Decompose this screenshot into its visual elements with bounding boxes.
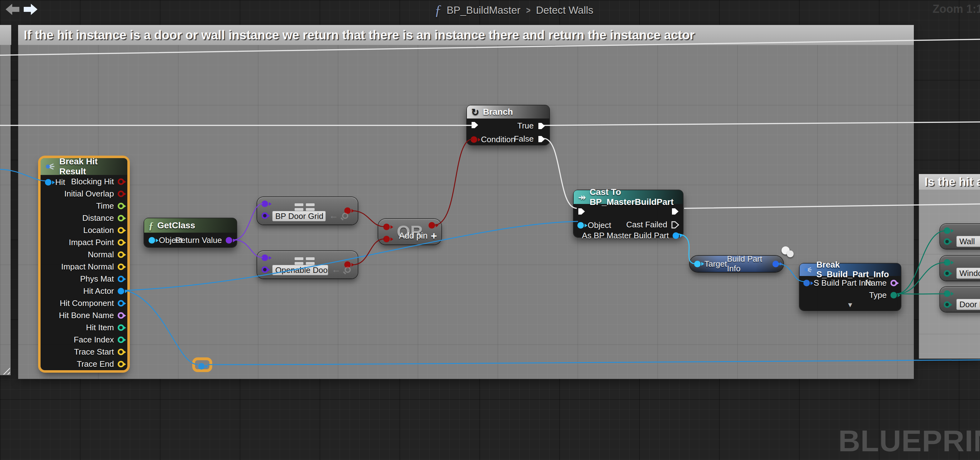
arrow-left-icon <box>6 4 19 15</box>
enum-dropdown[interactable]: Wall <box>956 236 980 247</box>
comment-left-strip[interactable] <box>0 25 11 375</box>
pin-label: Type <box>869 290 887 300</box>
pin-object-input[interactable] <box>149 237 155 244</box>
node-class-compare-openable-door[interactable]: Openable Door ▼ ← <box>257 251 358 279</box>
pin-condition[interactable] <box>471 136 477 143</box>
equals-icon <box>294 257 315 265</box>
exec-in-pin[interactable] <box>471 121 479 129</box>
class-dropdown[interactable]: BP Door Grid ▼ <box>272 211 326 221</box>
break-struct-icon <box>804 266 813 273</box>
exec-true-pin[interactable] <box>538 122 546 130</box>
goto-icon[interactable]: ← <box>329 210 338 221</box>
enum-dropdown[interactable]: Door Fra <box>956 299 980 310</box>
pin-label: Return Value <box>175 235 222 245</box>
pin-class-a[interactable] <box>261 200 268 207</box>
pin-face-index[interactable] <box>118 336 124 343</box>
pin-enum-b[interactable] <box>944 270 950 277</box>
node-class-compare-door-grid[interactable]: BP Door Grid ▼ ← <box>257 197 358 225</box>
exec-out-pin[interactable] <box>671 208 679 216</box>
pin-time[interactable] <box>118 203 124 209</box>
node-title: Break S_Build_Part_Info <box>816 260 896 279</box>
pin-enum-a[interactable] <box>944 259 950 266</box>
class-dropdown-value: Openable Door <box>275 265 328 275</box>
pin-type-out[interactable] <box>891 292 897 298</box>
add-pin-label: Add pin <box>399 231 428 241</box>
comment-main-header[interactable]: If the hit instance is a door or wall in… <box>18 25 914 45</box>
pin-label: Trace Start <box>74 347 114 357</box>
pin-enum-a[interactable] <box>944 227 950 234</box>
pin-s-build-part-info[interactable] <box>803 280 810 286</box>
breadcrumb-subtitle[interactable]: Detect Walls <box>536 4 593 16</box>
pin-class-b[interactable] <box>261 266 268 273</box>
pin-label: Name <box>865 278 887 288</box>
pin-distance[interactable] <box>118 215 124 221</box>
pin-impact-normal[interactable] <box>118 263 124 270</box>
pin-class-a[interactable] <box>261 254 268 261</box>
exec-in-pin[interactable] <box>578 208 585 216</box>
pin-object-input[interactable] <box>578 222 584 228</box>
node-branch[interactable]: ↻ Branch Condition True False <box>467 105 549 145</box>
node-title: Break Hit Result <box>59 157 123 176</box>
nav-forward-button[interactable] <box>24 4 37 16</box>
node-enum-compare-door-frame[interactable]: Door Fra <box>940 287 980 312</box>
node-enum-compare-wall[interactable]: Wall <box>940 224 980 249</box>
branch-icon: ↻ <box>471 107 479 117</box>
pin-label: Impact Normal <box>61 262 114 272</box>
pin-label: As BP Master Build Part <box>582 231 669 240</box>
pin-initial-overlap[interactable] <box>118 190 124 197</box>
breadcrumb-title[interactable]: BP_BuildMaster <box>447 4 520 16</box>
search-icon[interactable] <box>345 266 351 273</box>
add-pin-button[interactable]: + <box>431 230 437 242</box>
chevron-right-icon: > <box>526 5 530 16</box>
node-cast-to-bp-masterbuildpart[interactable]: ↠ Cast To BP_MasterBuildPart Object Cast… <box>574 190 683 237</box>
pin-hit-component[interactable] <box>118 300 124 306</box>
node-get-class[interactable]: ƒ GetClass Object Return Value <box>144 218 237 247</box>
search-icon[interactable] <box>342 213 348 219</box>
pin-class-b[interactable] <box>261 213 268 219</box>
exec-false-pin[interactable] <box>538 135 546 143</box>
pin-as-bp-master-build-part[interactable] <box>673 232 679 239</box>
pin-location[interactable] <box>118 227 124 233</box>
comment-resize-handle[interactable] <box>3 367 10 374</box>
enum-dropdown[interactable]: Window Fr <box>956 268 980 279</box>
class-dropdown-value: BP Door Grid <box>275 211 323 221</box>
pin-enum-b[interactable] <box>944 238 950 245</box>
pin-hit-item[interactable] <box>118 324 124 331</box>
expand-node-button[interactable]: ▼ <box>800 301 901 309</box>
node-get-build-part-info[interactable]: Target Build Part Info <box>690 256 783 272</box>
pin-normal[interactable] <box>118 251 124 258</box>
pin-enum-b[interactable] <box>944 301 950 308</box>
exec-cast-failed-pin[interactable] <box>671 221 679 229</box>
node-break-hit-result[interactable]: Break Hit Result Hit Blocking Hit Initia… <box>41 158 127 370</box>
pin-label: Normal <box>88 250 114 260</box>
node-break-s-build-part-info[interactable]: Break S_Build_Part_Info S Build Part Inf… <box>800 263 901 310</box>
pin-name-out[interactable] <box>891 280 897 286</box>
pin-enum-a[interactable] <box>944 290 950 297</box>
comment-main[interactable]: If the hit instance is a door or wall in… <box>18 25 914 379</box>
pin-label: Hit Actor <box>83 286 114 296</box>
pin-return-value[interactable] <box>226 237 232 244</box>
node-reroute[interactable] <box>192 357 212 372</box>
pin-reroute[interactable] <box>198 363 205 370</box>
pin-target[interactable] <box>694 261 701 267</box>
pin-build-part-info-out[interactable] <box>772 261 779 267</box>
node-enum-compare-window-frame[interactable]: Window Fr <box>940 256 980 281</box>
comment-right-header[interactable]: Is the hit ac <box>919 174 980 190</box>
pin-label: Hit Component <box>60 298 114 308</box>
blueprint-editor-canvas[interactable]: If the hit instance is a door or wall in… <box>0 0 980 460</box>
node-or[interactable]: OR Add pin + <box>378 219 441 244</box>
node-title: Cast To BP_MasterBuildPart <box>590 187 679 207</box>
pin-hit-actor[interactable] <box>118 288 124 294</box>
break-struct-icon <box>45 162 56 171</box>
pin-blocking-hit[interactable] <box>118 178 124 185</box>
pin-trace-start[interactable] <box>118 349 124 355</box>
pin-trace-end[interactable] <box>118 361 124 367</box>
pin-label: Location <box>83 225 114 235</box>
pin-phys-mat[interactable] <box>118 276 124 282</box>
nav-back-button[interactable] <box>6 4 19 16</box>
zoom-level-label: Zoom 1:1 <box>932 3 980 16</box>
pin-impact-point[interactable] <box>118 239 124 246</box>
class-dropdown[interactable]: Openable Door ▼ <box>272 265 328 275</box>
goto-icon[interactable]: ← <box>331 264 341 275</box>
pin-hit-bone-name[interactable] <box>118 312 124 319</box>
